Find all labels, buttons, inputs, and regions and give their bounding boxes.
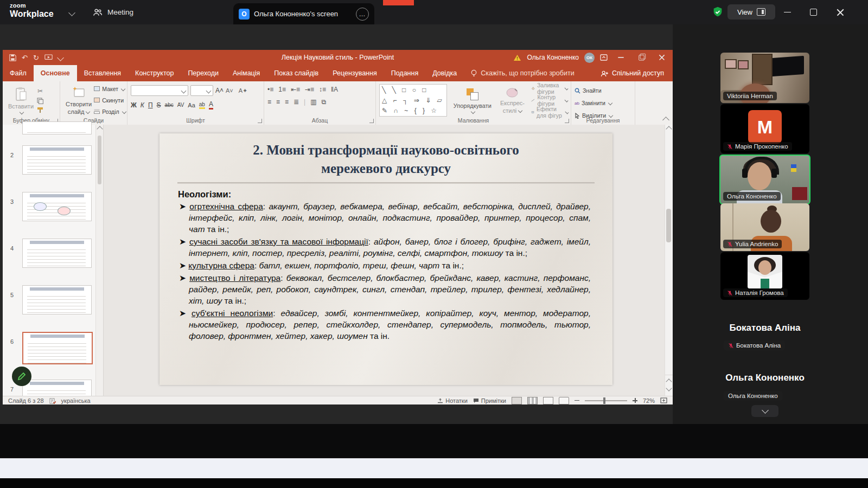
- collapse-participants-button[interactable]: [751, 405, 778, 417]
- tab-view[interactable]: Подання: [384, 65, 425, 81]
- shape-outline-button[interactable]: Контур фігури: [531, 95, 567, 105]
- tab-meeting[interactable]: Meeting: [92, 0, 133, 24]
- window-minimize-button[interactable]: [775, 0, 800, 24]
- slide-sorter-view-button[interactable]: [527, 397, 538, 404]
- previous-slide-icon[interactable]: [666, 378, 672, 384]
- shape-effects-button[interactable]: Ефекти для фігур: [531, 107, 567, 117]
- thumbnail-scrollbar[interactable]: [95, 125, 103, 396]
- fit-slide-icon[interactable]: [660, 397, 667, 403]
- font-dialog-launcher-icon[interactable]: [258, 119, 262, 123]
- paragraph-dialog-launcher-icon[interactable]: [369, 119, 374, 123]
- account-avatar[interactable]: ОК: [584, 53, 595, 63]
- spellcheck-icon[interactable]: [49, 397, 56, 404]
- strikethrough-button[interactable]: S: [157, 101, 161, 109]
- tab-slideshow[interactable]: Показ слайдів: [267, 65, 326, 81]
- shape-fill-button[interactable]: Заливка фігури: [531, 84, 567, 93]
- tab-transitions[interactable]: Переходи: [181, 65, 226, 81]
- columns-icon[interactable]: ▥: [310, 98, 316, 106]
- cut-icon[interactable]: ✂: [37, 87, 43, 95]
- format-painter-icon[interactable]: [37, 107, 43, 113]
- tab-insert[interactable]: Вставлення: [77, 65, 128, 81]
- language-indicator[interactable]: українська: [61, 397, 91, 404]
- next-slide-icon[interactable]: [666, 385, 672, 391]
- grow-font-icon[interactable]: A˄: [215, 87, 224, 94]
- copy-icon[interactable]: [37, 98, 43, 104]
- tab-design[interactable]: Конструктор: [128, 65, 181, 81]
- line-spacing-icon[interactable]: ↕≡: [319, 86, 326, 93]
- tab-review[interactable]: Рецензування: [326, 65, 384, 81]
- participant-photo-nataliia[interactable]: Наталія Громова: [720, 252, 809, 300]
- comments-button[interactable]: Примітки: [473, 397, 506, 404]
- font-size-select[interactable]: [190, 85, 213, 96]
- redo-icon[interactable]: ↻: [33, 54, 39, 62]
- replace-button[interactable]: abЗамінити: [575, 98, 612, 108]
- ppt-close-button[interactable]: [654, 51, 669, 64]
- ribbon-collapse-chevron-icon[interactable]: [663, 118, 668, 123]
- zoom-in-icon[interactable]: [633, 398, 637, 403]
- bullets-button[interactable]: •≡: [267, 86, 273, 93]
- workspace-dropdown-chevron-icon[interactable]: [69, 10, 74, 15]
- layout-button[interactable]: Макет: [94, 84, 125, 94]
- reading-view-button[interactable]: [543, 397, 553, 404]
- participant-avatar-mariia[interactable]: M Марія Прокопенко: [720, 104, 809, 153]
- slide-thumbnail-6-selected[interactable]: [22, 332, 93, 364]
- align-left-icon[interactable]: ≡: [267, 98, 271, 106]
- drawing-dialog-launcher-icon[interactable]: [565, 119, 569, 123]
- ribbon-display-options-icon[interactable]: [600, 54, 608, 61]
- clear-format-icon[interactable]: A✦: [239, 87, 248, 94]
- quick-styles-button[interactable]: Експрес- стилі: [498, 87, 527, 114]
- align-right-icon[interactable]: ≡: [285, 98, 289, 106]
- font-color-button[interactable]: A: [209, 100, 213, 110]
- slide-thumbnail-3[interactable]: [22, 192, 92, 221]
- slide-scrollbar[interactable]: [665, 125, 673, 396]
- shrink-font-icon[interactable]: A˅: [226, 87, 233, 94]
- slide-thumbnail-1-partial[interactable]: [22, 121, 92, 134]
- participant-video-viktoriia[interactable]: Viktoriia Herman: [720, 53, 809, 103]
- slide[interactable]: 2. Мовні трансформації науково-освітньог…: [159, 133, 612, 385]
- participant-video-olha-active[interactable]: Ольга Кононенко: [719, 155, 810, 204]
- participant-video-yulia[interactable]: Yulia Andrienko: [720, 203, 809, 251]
- save-icon[interactable]: [9, 54, 16, 61]
- undo-icon[interactable]: ↶: [22, 54, 28, 62]
- tab-help[interactable]: Довідка: [425, 65, 464, 81]
- char-spacing-button[interactable]: AV: [177, 102, 184, 108]
- qat-customize-chevron-icon[interactable]: [57, 54, 64, 61]
- zoom-out-icon[interactable]: [575, 400, 579, 401]
- meeting-secure-shield-icon[interactable]: [712, 6, 724, 18]
- new-slide-button[interactable]: Створити слайд: [63, 86, 94, 115]
- zoom-annotate-button[interactable]: [12, 367, 31, 386]
- ppt-restore-button[interactable]: [634, 51, 649, 64]
- tell-me-search[interactable]: Скажіть, що потрібно зробити: [464, 65, 581, 81]
- tab-home[interactable]: Основне: [34, 65, 77, 81]
- slideshow-view-button[interactable]: [559, 397, 569, 404]
- find-button[interactable]: Знайти: [575, 86, 602, 95]
- italic-button[interactable]: К: [141, 101, 144, 109]
- window-restore-button[interactable]: [801, 0, 826, 24]
- scroll-up-icon[interactable]: [97, 126, 103, 132]
- highlight-color-button[interactable]: ab: [199, 101, 205, 109]
- start-slideshow-icon[interactable]: [44, 54, 53, 61]
- slide-thumbnail-7-partial[interactable]: [22, 380, 92, 397]
- tab-animations[interactable]: Анімація: [226, 65, 267, 81]
- arrange-button[interactable]: Упорядкувати: [451, 87, 494, 113]
- bold-button[interactable]: Ж: [131, 101, 137, 109]
- scroll-up-icon[interactable]: [666, 126, 672, 132]
- numbering-button[interactable]: 1≡: [278, 86, 286, 93]
- font-name-select[interactable]: [131, 85, 188, 96]
- notes-button[interactable]: Нотатки: [437, 397, 468, 404]
- paste-button[interactable]: Вставити: [6, 87, 36, 114]
- subscript-button[interactable]: abc: [165, 102, 174, 108]
- zoom-percentage[interactable]: 72%: [643, 397, 655, 404]
- account-name[interactable]: Ольга Кононенко: [527, 54, 579, 61]
- decrease-indent-icon[interactable]: ⇤≡: [291, 86, 300, 93]
- increase-indent-icon[interactable]: ⇥≡: [305, 86, 314, 93]
- change-case-button[interactable]: Aa: [188, 102, 195, 108]
- zoom-slider[interactable]: [585, 400, 627, 401]
- slide-thumbnail-2[interactable]: [22, 145, 92, 175]
- window-close-button[interactable]: [828, 0, 853, 24]
- reset-button[interactable]: Скинути: [94, 95, 124, 105]
- ppt-minimize-button[interactable]: [613, 51, 628, 64]
- underline-button[interactable]: П: [148, 101, 153, 109]
- share-access-button[interactable]: Спільний доступ: [592, 65, 673, 81]
- view-button[interactable]: View: [727, 4, 775, 20]
